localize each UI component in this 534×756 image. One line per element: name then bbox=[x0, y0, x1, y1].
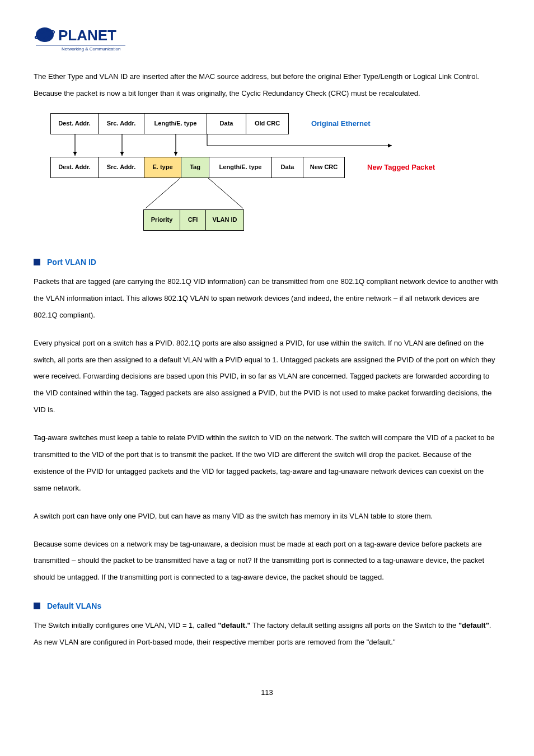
new-data: Data bbox=[272, 157, 303, 178]
brand-logo: PLANET Networking & Communication bbox=[34, 22, 500, 52]
section-title-default-vlans: Default VLANs bbox=[47, 597, 101, 615]
svg-line-11 bbox=[146, 178, 180, 208]
port-vlan-p2: Every physical port on a switch has a PV… bbox=[34, 335, 500, 418]
orig-old-crc: Old CRC bbox=[246, 113, 289, 134]
svg-rect-3 bbox=[36, 45, 125, 45]
bullet-icon bbox=[34, 603, 40, 609]
page-number: 113 bbox=[34, 684, 500, 701]
orig-length-etype: Length/E. type bbox=[144, 113, 207, 134]
tag-cfi: CFI bbox=[180, 209, 206, 231]
section-head-default-vlans: Default VLANs bbox=[34, 597, 500, 615]
planet-logo-icon: PLANET Networking & Communication bbox=[34, 22, 129, 52]
new-src-addr: Src. Addr. bbox=[99, 157, 144, 178]
new-length-etype: Length/E. type bbox=[209, 157, 272, 178]
new-tag: Tag bbox=[181, 157, 209, 178]
new-etype: E. type bbox=[144, 157, 181, 178]
default-vlans-p1: The Switch initially configures one VLAN… bbox=[34, 617, 500, 651]
section-head-port-vlan-id: Port VLAN ID bbox=[34, 253, 500, 271]
svg-text:Networking & Communication: Networking & Communication bbox=[62, 46, 120, 52]
text-bold-default2: "default" bbox=[458, 621, 489, 629]
port-vlan-p1: Packets that are tagged (are carrying th… bbox=[34, 273, 500, 324]
intro-paragraph: The Ether Type and VLAN ID are inserted … bbox=[34, 68, 500, 102]
tag-priority: Priority bbox=[143, 209, 180, 231]
port-vlan-p4: A switch port can have only one PVID, bu… bbox=[34, 508, 500, 525]
orig-data: Data bbox=[207, 113, 246, 134]
bullet-icon bbox=[34, 259, 40, 265]
label-new-tagged-packet: New Tagged Packet bbox=[367, 159, 435, 176]
tag-vlan-id: VLAN ID bbox=[206, 209, 244, 231]
new-dest-addr: Dest. Addr. bbox=[50, 157, 99, 178]
packet-diagram: Dest. Addr. Src. Addr. Length/E. type Da… bbox=[34, 113, 500, 231]
svg-text:PLANET: PLANET bbox=[58, 27, 116, 44]
text-bold-default: "default." bbox=[218, 621, 251, 629]
label-original-ethernet: Original Ethernet bbox=[311, 115, 370, 132]
text-span: The Switch initially configures one VLAN… bbox=[34, 621, 218, 629]
port-vlan-p5: Because some devices on a network may be… bbox=[34, 536, 500, 586]
text-span: The factory default setting assigns all … bbox=[251, 621, 458, 629]
new-crc: New CRC bbox=[303, 157, 345, 178]
svg-line-12 bbox=[208, 178, 243, 208]
orig-src-addr: Src. Addr. bbox=[99, 113, 144, 134]
section-title-port-vlan-id: Port VLAN ID bbox=[47, 253, 96, 271]
port-vlan-p3: Tag-aware switches must keep a table to … bbox=[34, 430, 500, 497]
orig-dest-addr: Dest. Addr. bbox=[50, 113, 99, 134]
